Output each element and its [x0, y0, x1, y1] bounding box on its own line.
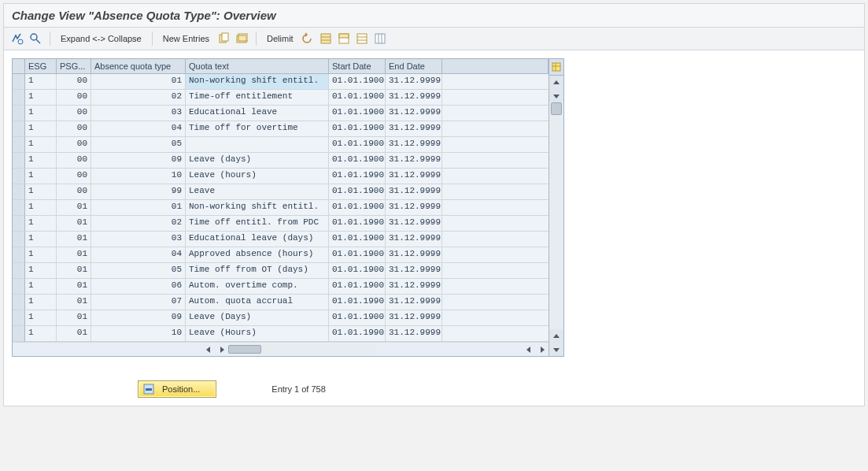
new-entries-button[interactable]: New Entries [160, 34, 212, 43]
find-icon[interactable] [28, 32, 42, 46]
cell-esg[interactable]: 1 [25, 169, 57, 184]
cell-esg[interactable]: 1 [25, 310, 57, 326]
cell-absence-quota-type[interactable]: 04 [91, 121, 186, 137]
row-selector[interactable] [13, 153, 25, 169]
col-psg[interactable]: PSG... [57, 59, 91, 74]
row-selector[interactable] [13, 200, 25, 216]
row-selector[interactable] [13, 137, 25, 153]
cell-psg[interactable]: 01 [57, 216, 91, 232]
cell-absence-quota-type[interactable]: 05 [91, 263, 186, 279]
cell-end-date[interactable]: 31.12.9999 [386, 279, 442, 295]
v-scroll-track[interactable] [549, 102, 563, 329]
row-selector[interactable] [13, 121, 25, 137]
cell-end-date[interactable]: 31.12.9999 [386, 74, 442, 90]
table-row[interactable]: 10009Leave (days)01.01.190031.12.9999 [13, 153, 549, 169]
cell-psg[interactable]: 00 [57, 184, 91, 200]
cell-quota-text[interactable]: Leave [186, 184, 329, 200]
delimit-button[interactable]: Delimit [264, 34, 297, 43]
cell-start-date[interactable]: 01.01.1900 [329, 90, 386, 106]
row-selector[interactable] [13, 263, 25, 279]
row-selector[interactable] [13, 74, 25, 90]
cell-psg[interactable]: 00 [57, 90, 91, 106]
row-selector[interactable] [13, 279, 25, 295]
cell-absence-quota-type[interactable]: 05 [91, 137, 186, 153]
row-selector[interactable] [13, 169, 25, 184]
cell-absence-quota-type[interactable]: 01 [91, 74, 186, 90]
cell-end-date[interactable]: 31.12.9999 [386, 90, 442, 106]
deselect-all-icon[interactable] [355, 32, 369, 46]
cell-psg[interactable]: 01 [57, 232, 91, 247]
h-scroll-thumb[interactable] [228, 345, 261, 354]
cell-start-date[interactable]: 01.01.1990 [329, 169, 386, 184]
cell-end-date[interactable]: 31.12.9999 [386, 263, 442, 279]
table-settings-icon[interactable] [549, 59, 563, 76]
scroll-right-icon[interactable] [535, 343, 549, 356]
cell-end-date[interactable]: 31.12.9999 [386, 247, 442, 263]
cell-quota-text[interactable]: Non-working shift entitl. [186, 200, 329, 216]
scroll-left-icon[interactable] [201, 343, 215, 356]
cell-absence-quota-type[interactable]: 10 [91, 326, 186, 342]
table-row[interactable]: 10105Time off from OT (days)01.01.190031… [13, 263, 549, 279]
cell-esg[interactable]: 1 [25, 216, 57, 232]
cell-quota-text[interactable]: Time off from OT (days) [186, 263, 329, 279]
cell-absence-quota-type[interactable]: 99 [91, 184, 186, 200]
horizontal-scrollbar[interactable] [13, 342, 549, 356]
cell-esg[interactable]: 1 [25, 106, 57, 121]
select-all-icon[interactable] [319, 32, 333, 46]
row-selector[interactable] [13, 106, 25, 121]
cell-psg[interactable]: 00 [57, 106, 91, 121]
cell-esg[interactable]: 1 [25, 90, 57, 106]
table-row[interactable]: 10001Non-working shift entitl.01.01.1900… [13, 74, 549, 90]
cell-start-date[interactable]: 01.01.1900 [329, 232, 386, 247]
cell-start-date[interactable]: 01.01.1900 [329, 200, 386, 216]
cell-absence-quota-type[interactable]: 07 [91, 295, 186, 310]
table-row[interactable]: 10003Educational leave01.01.190031.12.99… [13, 106, 549, 121]
cell-psg[interactable]: 01 [57, 247, 91, 263]
table-row[interactable]: 10010Leave (hours)01.01.199031.12.9999 [13, 169, 549, 184]
cell-quota-text[interactable]: Leave (hours) [186, 169, 329, 184]
cell-end-date[interactable]: 31.12.9999 [386, 216, 442, 232]
cell-quota-text[interactable]: Autom. overtime comp. [186, 279, 329, 295]
cell-end-date[interactable]: 31.12.9999 [386, 137, 442, 153]
cell-end-date[interactable]: 31.12.9999 [386, 200, 442, 216]
cell-end-date[interactable]: 31.12.9999 [386, 326, 442, 342]
cell-esg[interactable]: 1 [25, 326, 57, 342]
cell-quota-text[interactable]: Time off entitl. from PDC [186, 216, 329, 232]
row-selector[interactable] [13, 295, 25, 310]
cell-end-date[interactable]: 31.12.9999 [386, 121, 442, 137]
cell-absence-quota-type[interactable]: 03 [91, 232, 186, 247]
cell-quota-text[interactable]: Time off for overtime [186, 121, 329, 137]
table-row[interactable]: 10106Autom. overtime comp.01.01.190031.1… [13, 279, 549, 295]
col-end-date[interactable]: End Date [386, 59, 442, 74]
cell-end-date[interactable]: 31.12.9999 [386, 169, 442, 184]
table-row[interactable]: 10110Leave (Hours)01.01.199031.12.9999 [13, 326, 549, 342]
cell-absence-quota-type[interactable]: 10 [91, 169, 186, 184]
cell-esg[interactable]: 1 [25, 184, 57, 200]
cell-end-date[interactable]: 31.12.9999 [386, 295, 442, 310]
undo-icon[interactable] [301, 32, 315, 46]
cell-psg[interactable]: 00 [57, 74, 91, 90]
cell-end-date[interactable]: 31.12.9999 [386, 153, 442, 169]
cell-esg[interactable]: 1 [25, 121, 57, 137]
cell-start-date[interactable]: 01.01.1900 [329, 247, 386, 263]
copy-all-icon[interactable] [235, 32, 249, 46]
cell-quota-text[interactable]: Educational leave [186, 106, 329, 121]
cell-psg[interactable]: 01 [57, 295, 91, 310]
cell-start-date[interactable]: 01.01.1900 [329, 184, 386, 200]
row-selector[interactable] [13, 232, 25, 247]
cell-start-date[interactable]: 01.01.1900 [329, 263, 386, 279]
table-row[interactable]: 10103Educational leave (days)01.01.19003… [13, 232, 549, 247]
row-selector[interactable] [13, 326, 25, 342]
position-button[interactable]: Position... [138, 380, 216, 398]
table-row[interactable]: 10099Leave01.01.190031.12.9999 [13, 184, 549, 200]
col-start-date[interactable]: Start Date [329, 59, 386, 74]
table-row[interactable]: 10104Approved absence (hours)01.01.19003… [13, 247, 549, 263]
row-selector[interactable] [13, 247, 25, 263]
cell-esg[interactable]: 1 [25, 153, 57, 169]
cell-psg[interactable]: 00 [57, 153, 91, 169]
cell-absence-quota-type[interactable]: 02 [91, 90, 186, 106]
cell-esg[interactable]: 1 [25, 200, 57, 216]
h-scroll-track[interactable] [228, 344, 375, 354]
col-quota-text[interactable]: Quota text [186, 59, 329, 74]
cell-psg[interactable]: 01 [57, 310, 91, 326]
